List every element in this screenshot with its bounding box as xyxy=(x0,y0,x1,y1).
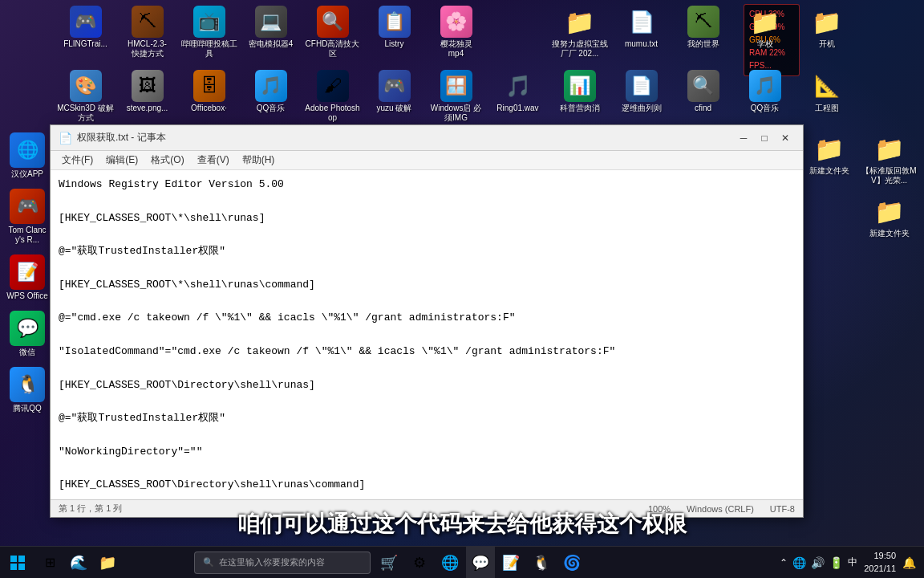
taskbar-chrome-button[interactable]: 🌐 xyxy=(436,547,464,579)
notepad-minimize-button[interactable]: ─ xyxy=(734,130,753,146)
desktop-icon-steve[interactable]: 🖼 steve.png... xyxy=(117,67,177,126)
desktop-icon-officebox[interactable]: 🗄 Officebox· xyxy=(179,67,239,126)
taskbar-app-icons: 🛒 ⚙ 🌐 💬 📝 🐧 🌀 xyxy=(375,547,586,579)
desktop-icon-hmcl[interactable]: ⛏ HMCL-2.3-快捷方式 xyxy=(117,2,177,62)
notepad-title: 📄 权限获取.txt - 记事本 xyxy=(59,131,166,144)
desktop-icon-mumu[interactable]: 📄 mumu.txt xyxy=(611,2,671,62)
taskbar-search-text: 在这里输入你要搜索的内容 xyxy=(219,556,325,568)
sidebar-icon-wps[interactable]: 📝 WPS Office xyxy=(2,251,52,304)
right-icon-1[interactable]: 📁 新建文件夹 xyxy=(798,128,860,180)
tray-battery[interactable]: 🔋 xyxy=(829,556,843,569)
taskbar-qq-button[interactable]: 🐧 xyxy=(527,547,556,579)
taskbar-date-display: 2021/11 xyxy=(864,563,896,575)
desktop-icon-qqmusic1[interactable]: 🎵 QQ音乐 xyxy=(241,67,301,126)
sidebar-icon-qq[interactable]: 🐧 腾讯QQ xyxy=(2,364,52,417)
right-icon-mv[interactable]: 📁 【标准版回敦MV】光荣... xyxy=(859,129,919,189)
desktop-icon-ring01[interactable]: 🎵 Ring01.wav xyxy=(488,67,548,126)
notepad-controls: ─ □ ✕ xyxy=(734,130,795,146)
taskbar-explorer-button[interactable]: 📁 xyxy=(93,547,122,579)
desktop-icon-effort-folder[interactable]: 📁 搜努力虚拟宝线厂厂 202... xyxy=(549,2,610,62)
taskbar-right: ⌃ 🌐 🔊 🔋 中 19:50 2021/11 🔔 xyxy=(780,550,924,575)
desktop-icon-qqmusic2[interactable]: 🎵 QQ音乐 xyxy=(735,67,795,126)
tray-speaker[interactable]: 🔊 xyxy=(811,556,825,569)
sidebar-icon-wechat[interactable]: 💬 微信 xyxy=(2,307,52,360)
desktop-icon-luoji[interactable]: 📄 逻维曲列则 xyxy=(611,67,671,126)
start-button[interactable] xyxy=(0,547,35,579)
taskbar-wechat-button[interactable]: 💬 xyxy=(466,547,495,579)
notepad-menubar: 文件(F) 编辑(E) 格式(O) 查看(V) 帮助(H) xyxy=(51,151,803,170)
tray-input[interactable]: 中 xyxy=(848,556,857,569)
desktop-icon-mizmulator[interactable]: 💻 密电模拟器4 xyxy=(241,2,301,62)
taskbar-search[interactable]: 🔍 在这里输入你要搜索的内容 xyxy=(194,552,371,574)
desktop: CPU 32% GPU 19% GPU 6% RAM 22% FPS... 🎮 … xyxy=(0,0,924,578)
desktop-icon-cfhd[interactable]: 🔍 CFHD高清技大区 xyxy=(302,2,363,62)
desktop-icon-cfind[interactable]: 🔍 cfind xyxy=(673,67,733,126)
svg-rect-3 xyxy=(18,564,25,570)
sidebar-icons: 🌐 汉仪APP 🎮 Tom Clancy's R... 📝 WPS Office… xyxy=(2,128,53,417)
desktop-icon-windows-img[interactable]: 🪟 Windows启 必须IMG xyxy=(426,67,486,126)
sidebar-icon-tomclancy[interactable]: 🎮 Tom Clancy's R... xyxy=(2,185,52,248)
desktop-icon-bilibili[interactable]: 📺 哔哩哔哩投稿工具 xyxy=(179,2,239,62)
desktop-icon-yuzu[interactable]: 🎮 yuzu 破解 xyxy=(364,67,424,126)
notepad-title-text: 权限获取.txt - 记事本 xyxy=(77,131,166,144)
task-view-button[interactable]: ⊞ xyxy=(35,547,64,579)
menu-help[interactable]: 帮助(H) xyxy=(236,152,282,169)
svg-rect-0 xyxy=(10,556,17,562)
taskbar-edge-button[interactable]: 🌊 xyxy=(64,547,93,579)
top-icons-row2: 🎨 MCSkin3D 破解方式 🖼 steve.png... 🗄 Officeb… xyxy=(55,66,857,127)
svg-rect-1 xyxy=(18,556,25,562)
taskbar-browser2-button[interactable]: 🌀 xyxy=(557,547,586,579)
notepad-titlebar: 📄 权限获取.txt - 记事本 ─ □ ✕ xyxy=(51,125,803,151)
desktop-icon-minecraft[interactable]: ⛏ 我的世界 xyxy=(673,2,733,62)
tray-notification[interactable]: 🔔 xyxy=(902,556,916,569)
system-tray-icons: ⌃ 🌐 🔊 🔋 中 xyxy=(780,556,857,569)
notepad-close-button[interactable]: ✕ xyxy=(776,130,795,146)
taskbar: ⊞ 🌊 📁 🔍 在这里输入你要搜索的内容 🛒 ⚙ 🌐 xyxy=(0,546,924,578)
menu-format[interactable]: 格式(O) xyxy=(144,152,190,169)
svg-rect-2 xyxy=(10,564,17,570)
menu-file[interactable]: 文件(F) xyxy=(55,152,99,169)
taskbar-store-button[interactable]: 🛒 xyxy=(375,547,403,579)
desktop-icon-empty1 xyxy=(488,2,548,62)
desktop-icon-adobe[interactable]: 🖌 Adobe Photoshop xyxy=(302,67,363,126)
notepad-icon: 📄 xyxy=(59,132,72,144)
desktop-icon-engineering[interactable]: 📐 工程图 xyxy=(796,67,857,126)
menu-edit[interactable]: 编辑(E) xyxy=(99,152,144,169)
desktop-icon-startup[interactable]: 📁 开机 xyxy=(796,2,857,62)
desktop-icon-kepu[interactable]: 📊 科普营肉消 xyxy=(549,67,610,126)
desktop-icon-sakura[interactable]: 🌸 樱花独灵mp4 xyxy=(426,2,486,62)
tray-chevron[interactable]: ⌃ xyxy=(780,557,788,568)
menu-view[interactable]: 查看(V) xyxy=(191,152,236,169)
notepad-window: 📄 权限获取.txt - 记事本 ─ □ ✕ 文件(F) 编辑(E) 格式(O)… xyxy=(50,124,804,518)
desktop-icon-fling[interactable]: 🎮 FLINGTrai... xyxy=(55,2,116,62)
taskbar-time-display: 19:50 xyxy=(864,550,896,562)
desktop-icon-listry[interactable]: 📋 Listry xyxy=(364,2,424,62)
tray-network[interactable]: 🌐 xyxy=(792,556,806,569)
sidebar-icon-app[interactable]: 🌐 汉仪APP xyxy=(2,129,52,182)
desktop-icon-school[interactable]: 📁 学校 xyxy=(735,2,795,62)
top-icons-row1: 🎮 FLINGTrai... ⛏ HMCL-2.3-快捷方式 📺 哔哩哔哩投稿工… xyxy=(55,2,857,63)
taskbar-datetime[interactable]: 19:50 2021/11 xyxy=(864,550,896,575)
desktop-icon-mcskin3d[interactable]: 🎨 MCSkin3D 破解方式 xyxy=(55,67,116,126)
subtitle-text: 咱们可以通过这个代码来去给他获得这个权限 xyxy=(0,509,924,539)
right-icon-newfolder[interactable]: 📁 新建文件夹 xyxy=(859,192,919,242)
taskbar-settings-button[interactable]: ⚙ xyxy=(405,547,434,579)
notepad-content-area[interactable]: Windows Registry Editor Version 5.00 [HK… xyxy=(51,170,803,499)
notepad-maximize-button[interactable]: □ xyxy=(755,130,774,146)
right-icons: 📁 【标准版回敦MV】光荣... 📁 新建文件夹 xyxy=(858,128,920,242)
taskbar-wps-button[interactable]: 📝 xyxy=(496,547,525,579)
